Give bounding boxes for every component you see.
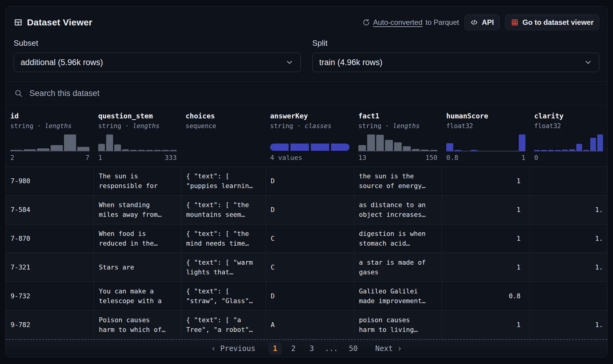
cell-choices[interactable]: { "text": [ "the mountains seem… [181, 196, 266, 224]
cell-id[interactable]: 9-782 [6, 311, 94, 339]
cell-question_stem[interactable]: When standing miles away from… [94, 196, 181, 224]
cell-question_stem[interactable]: When food is reduced in the… [94, 224, 181, 253]
cell-choices[interactable]: { "text": [ "warm lights that… [181, 253, 266, 282]
previous-button[interactable]: ‹ Previous [211, 343, 255, 353]
table-row[interactable]: 7-980The sun is responsible for{ "text":… [6, 167, 607, 195]
next-label: Next [375, 344, 393, 353]
table-row[interactable]: 9-782Poison causes harm to which of…{ "t… [6, 310, 607, 339]
cell-choices[interactable]: { "text": [ "a Tree", "a robot"… [181, 311, 266, 339]
cell-answerKey[interactable]: C [266, 224, 354, 253]
cell-humanScore[interactable]: 1 [442, 224, 530, 253]
cell-choices[interactable]: { "text": [ "straw", "Glass"… [181, 282, 266, 310]
cell-clarity[interactable]: 1. [530, 311, 607, 339]
table-row[interactable]: 7-584When standing miles away from…{ "te… [6, 195, 607, 224]
column-name: clarity [534, 112, 603, 120]
column-name: fact1 [358, 112, 437, 120]
column-histogram-id[interactable] [10, 134, 89, 151]
refresh-icon [362, 18, 370, 26]
goto-dataset-viewer-button[interactable]: Go to dataset viewer [505, 15, 599, 30]
histogram-labels: 0 [534, 154, 603, 161]
previous-label: Previous [220, 344, 255, 353]
cell-humanScore[interactable]: 1 [442, 196, 530, 224]
cell-id[interactable]: 9-732 [6, 282, 94, 310]
cell-id[interactable]: 7-870 [6, 224, 94, 253]
cell-humanScore[interactable]: 1 [442, 311, 530, 339]
cell-fact1[interactable]: poison causes harm to living… [354, 311, 442, 339]
cell-question_stem[interactable]: Poison causes harm to which of… [94, 311, 181, 339]
column-header-clarity: clarityfloat320 [530, 105, 607, 167]
page-button-3[interactable]: 3 [305, 342, 318, 355]
cell-humanScore[interactable]: 1 [442, 253, 530, 282]
auto-converted-rest: to Parquet [425, 18, 459, 27]
cell-answerKey[interactable]: D [266, 167, 354, 195]
pagination: ‹ Previous 123...50 Next › [6, 340, 607, 357]
cell-choices[interactable]: { "text": [ "the mind needs time… [181, 224, 266, 253]
subset-control: Subset additional (5.96k rows) [14, 38, 301, 72]
search-icon [14, 89, 23, 98]
cell-humanScore[interactable]: 0.8 [442, 282, 530, 310]
column-histogram-fact1[interactable] [358, 134, 437, 151]
column-type: float32 [534, 122, 603, 130]
search-bar [6, 81, 607, 105]
page-button-2[interactable]: 2 [287, 342, 300, 355]
column-name: choices [186, 112, 261, 120]
histogram-labels: 27 [10, 154, 89, 161]
column-type: string · lengths [358, 122, 437, 130]
cell-fact1[interactable]: digestion is when stomach acid… [354, 224, 442, 253]
cell-id[interactable]: 7-584 [6, 196, 94, 224]
cell-clarity[interactable] [530, 167, 607, 195]
api-button-label: API [482, 18, 494, 27]
subset-select[interactable]: additional (5.96k rows) [14, 53, 301, 72]
column-type: string · classes [270, 122, 350, 130]
cell-clarity[interactable]: 1. [530, 196, 607, 224]
cell-clarity[interactable]: 1. [530, 253, 607, 282]
next-button[interactable]: Next › [375, 343, 402, 353]
page-title-wrap: Dataset Viewer [14, 17, 92, 28]
page-numbers: 123...50 [269, 342, 362, 355]
page-title: Dataset Viewer [27, 17, 92, 28]
column-header-choices: choicessequence [181, 105, 266, 167]
histogram-labels: 0.81 [446, 154, 525, 161]
column-type: sequence [186, 122, 261, 130]
column-header-fact1: fact1string · lengths13150 [354, 105, 442, 167]
table-row[interactable]: 9-732You can make a telescope with a{ "t… [6, 282, 607, 310]
split-select[interactable]: train (4.96k rows) [312, 53, 599, 72]
column-type: string · lengths [10, 122, 89, 130]
cell-question_stem[interactable]: You can make a telescope with a [94, 282, 181, 310]
api-button[interactable]: API [464, 15, 500, 30]
cell-clarity[interactable] [530, 282, 607, 310]
header-actions: Auto-converted to Parquet API Go to data… [362, 15, 599, 30]
search-input[interactable] [29, 89, 599, 98]
page-ellipsis: ... [323, 342, 339, 355]
column-histogram-clarity[interactable] [534, 134, 603, 151]
column-name: id [10, 112, 89, 120]
cell-answerKey[interactable]: A [266, 311, 354, 339]
auto-converted-link[interactable]: Auto-converted [373, 18, 423, 27]
table-header: idstring · lengths27question_stemstring … [6, 105, 607, 167]
cell-answerKey[interactable]: D [266, 282, 354, 310]
auto-converted-note: Auto-converted to Parquet [362, 18, 459, 27]
cell-id[interactable]: 7-321 [6, 253, 94, 282]
page-button-50[interactable]: 50 [345, 342, 362, 355]
column-histogram-humanScore[interactable] [446, 134, 525, 151]
cell-fact1[interactable]: a star is made of gases [354, 253, 442, 282]
table-row[interactable]: 7-321Stars are{ "text": [ "warm lights t… [6, 253, 607, 282]
cell-fact1[interactable]: Galileo Galilei made improvement… [354, 282, 442, 310]
cell-choices[interactable]: { "text": [ "puppies learnin… [181, 167, 266, 195]
histogram-labels: 13150 [358, 154, 437, 161]
column-histogram-answerKey[interactable] [270, 134, 350, 151]
cell-question_stem[interactable]: The sun is responsible for [94, 167, 181, 195]
subset-selected-value: additional (5.96k rows) [21, 58, 103, 67]
table-row[interactable]: 7-870When food is reduced in the…{ "text… [6, 224, 607, 253]
cell-answerKey[interactable]: D [266, 196, 354, 224]
cell-question_stem[interactable]: Stars are [94, 253, 181, 282]
subset-split-controls: Subset additional (5.96k rows) Split tra… [14, 38, 599, 72]
cell-answerKey[interactable]: C [266, 253, 354, 282]
cell-fact1[interactable]: the sun is the source of energy… [354, 167, 442, 195]
cell-id[interactable]: 7-980 [6, 167, 94, 195]
cell-fact1[interactable]: as distance to an object increases… [354, 196, 442, 224]
column-histogram-question_stem[interactable] [98, 134, 177, 151]
page-button-1[interactable]: 1 [269, 342, 281, 355]
cell-humanScore[interactable]: 1 [442, 167, 530, 195]
cell-clarity[interactable]: 1. [530, 224, 607, 253]
